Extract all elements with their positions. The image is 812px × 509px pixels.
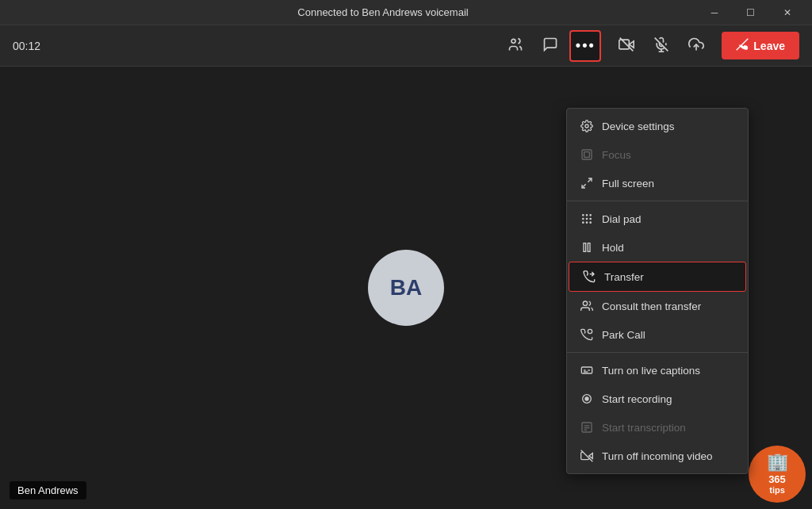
hold-icon	[580, 240, 594, 254]
svg-point-21	[586, 222, 587, 223]
menu-label-turn-off-video: Turn off incoming video	[602, 450, 713, 462]
toolbar-actions: •••	[500, 30, 799, 62]
svg-rect-24	[588, 243, 590, 252]
svg-point-15	[586, 215, 587, 216]
people-icon	[508, 36, 523, 55]
menu-label-start-recording: Start recording	[602, 393, 672, 405]
menu-item-park-call[interactable]: Park Call	[567, 320, 748, 349]
leave-button[interactable]: Leave	[722, 32, 799, 59]
avatar-initials: BA	[390, 275, 422, 300]
watermark-line2: tips	[769, 485, 785, 496]
fullscreen-icon	[580, 176, 594, 190]
window-controls: ─ ☐ ✕	[696, 0, 806, 25]
leave-label: Leave	[753, 40, 785, 52]
maximize-button[interactable]: ☐	[733, 0, 769, 25]
menu-label-park-call: Park Call	[602, 329, 645, 341]
menu-item-start-recording[interactable]: Start recording	[567, 385, 748, 413]
svg-point-26	[583, 301, 587, 305]
more-actions-button[interactable]: •••	[569, 30, 601, 62]
microphone-icon	[653, 36, 669, 55]
minimize-button[interactable]: ─	[696, 0, 733, 25]
svg-point-19	[590, 218, 591, 219]
transcription-icon	[580, 420, 594, 434]
svg-rect-23	[584, 243, 586, 252]
menu-item-full-screen[interactable]: Full screen	[567, 169, 748, 197]
svg-rect-10	[582, 150, 592, 159]
video-button[interactable]	[611, 30, 642, 62]
no-video-icon	[580, 449, 594, 463]
avatar: BA	[368, 250, 444, 326]
camera-icon	[619, 36, 634, 55]
svg-line-12	[588, 178, 592, 182]
watermark-icon: 🏢	[767, 452, 788, 473]
call-toolbar: 00:12 •••	[0, 25, 812, 67]
call-main-content: BA Device settings Focus	[0, 67, 812, 509]
leave-phone-icon	[736, 38, 749, 53]
svg-rect-11	[584, 152, 590, 158]
more-icon: •••	[576, 37, 596, 54]
caller-name: Ben Andrews	[17, 484, 79, 496]
svg-point-33	[585, 397, 588, 400]
svg-rect-28	[581, 367, 592, 373]
menu-label-focus: Focus	[602, 149, 631, 161]
dialpad-icon	[580, 212, 594, 226]
menu-label-full-screen: Full screen	[602, 178, 654, 189]
record-icon	[580, 392, 594, 406]
watermark-badge: 🏢 365 tips	[749, 446, 806, 503]
chat-button[interactable]	[534, 30, 566, 62]
chat-icon	[542, 36, 558, 55]
menu-label-device-settings: Device settings	[602, 121, 675, 132]
svg-marker-38	[589, 454, 593, 459]
menu-label-start-transcription: Start transcription	[602, 422, 686, 434]
svg-marker-1	[630, 40, 634, 47]
menu-item-device-settings[interactable]: Device settings	[567, 112, 748, 140]
more-actions-menu: Device settings Focus Full s	[566, 108, 749, 474]
live-captions-icon	[580, 363, 594, 377]
share-icon	[688, 36, 704, 55]
menu-label-transfer: Transfer	[604, 271, 644, 283]
svg-point-20	[583, 222, 584, 223]
transfer-icon	[582, 270, 596, 284]
focus-icon	[580, 147, 594, 162]
menu-label-dial-pad: Dial pad	[602, 213, 642, 225]
watermark-content: 🏢 365 tips	[767, 452, 788, 496]
close-button[interactable]: ✕	[769, 0, 806, 25]
gear-icon	[580, 119, 594, 133]
menu-item-consult-transfer[interactable]: Consult then transfer	[567, 292, 748, 320]
svg-point-14	[583, 215, 584, 216]
menu-item-transfer[interactable]: Transfer	[569, 262, 746, 292]
svg-point-17	[583, 218, 584, 219]
menu-item-dial-pad[interactable]: Dial pad	[567, 205, 748, 233]
menu-label-consult-transfer: Consult then transfer	[602, 300, 701, 312]
menu-label-live-captions: Turn on live captions	[602, 365, 700, 377]
share-button[interactable]	[680, 30, 712, 62]
svg-point-16	[590, 215, 591, 216]
menu-item-start-transcription: Start transcription	[567, 413, 748, 442]
consult-transfer-icon	[580, 299, 594, 313]
menu-item-hold[interactable]: Hold	[567, 233, 748, 262]
mute-button[interactable]	[645, 30, 677, 62]
caller-name-tag: Ben Andrews	[10, 481, 86, 499]
svg-point-9	[585, 124, 588, 128]
window-title: Connected to Ben Andrews voicemail	[297, 6, 468, 18]
svg-point-22	[590, 222, 591, 223]
menu-item-live-captions[interactable]: Turn on live captions	[567, 356, 748, 385]
watermark-line1: 365	[768, 473, 786, 486]
svg-point-18	[586, 218, 587, 219]
park-call-icon	[580, 327, 594, 342]
menu-label-hold: Hold	[602, 242, 624, 254]
menu-divider-2	[567, 352, 748, 353]
title-bar: Connected to Ben Andrews voicemail ─ ☐ ✕	[0, 0, 812, 25]
call-timer: 00:12	[13, 40, 500, 52]
people-button[interactable]	[500, 30, 531, 62]
menu-item-turn-off-video[interactable]: Turn off incoming video	[567, 442, 748, 470]
svg-point-0	[511, 39, 515, 43]
menu-item-focus: Focus	[567, 140, 748, 169]
svg-line-13	[582, 184, 586, 188]
svg-point-27	[588, 329, 592, 333]
menu-divider-1	[567, 201, 748, 201]
